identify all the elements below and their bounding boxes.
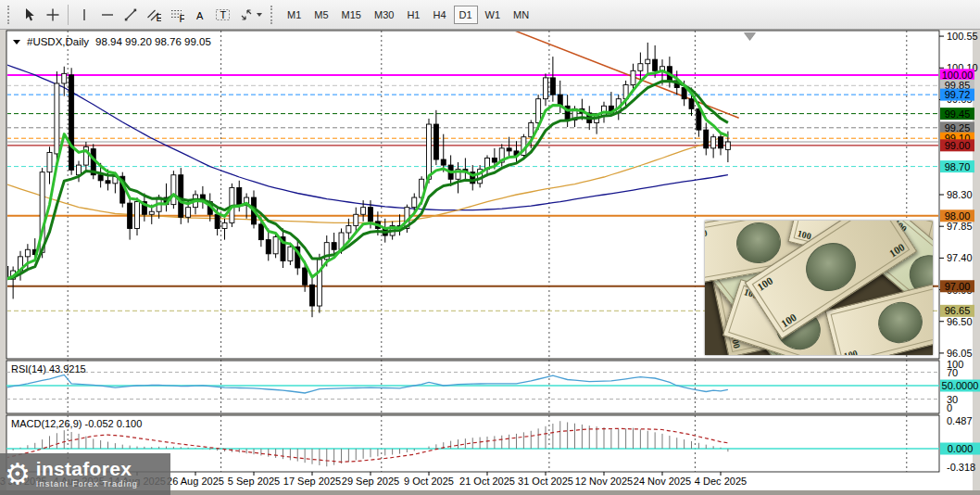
timeframe-d1[interactable]: D1 — [454, 6, 478, 24]
date-label: 9 Oct 2025 — [404, 476, 454, 487]
toolbar: E F A T M1 M5 M15 M30 H1 H4 D1 W1 MN — [0, 0, 980, 30]
svg-text:99.25: 99.25 — [945, 122, 971, 133]
svg-text:0.000: 0.000 — [948, 443, 974, 454]
timeframe-mn[interactable]: MN — [508, 6, 534, 24]
svg-text:96.50: 96.50 — [947, 316, 973, 327]
fibonacci-icon: F — [170, 7, 184, 22]
svg-text:99.45: 99.45 — [945, 108, 971, 120]
date-label: 5 Sep 2025 — [228, 476, 280, 487]
vertical-line-tool-button[interactable] — [72, 4, 95, 26]
date-label: 17 Sep 2025 — [283, 476, 341, 487]
chart-title: #USDX,Daily 98.94 99.20 98.76 99.05 — [13, 36, 211, 47]
symbol-name: #USDX,Daily — [27, 36, 89, 47]
svg-text:70: 70 — [947, 367, 958, 378]
svg-text:100.55: 100.55 — [947, 31, 978, 42]
vertical-line-icon — [77, 7, 92, 22]
toolbar-separator — [68, 5, 69, 25]
ohlc-values: 98.94 99.20 98.76 99.05 — [95, 36, 211, 47]
crosshair-tool-button[interactable] — [41, 4, 64, 26]
text-label-icon: T — [215, 7, 232, 22]
instaforex-gear-icon: ⚙ — [5, 460, 31, 489]
toolbar-grip-2[interactable] — [270, 6, 276, 24]
watermark-tagline: Instant Forex Trading — [36, 479, 138, 489]
arrows-icon — [239, 7, 254, 22]
svg-text:-0.318: -0.318 — [947, 462, 975, 473]
svg-text:97.85: 97.85 — [947, 221, 973, 232]
equidistant-channel-tool-button[interactable]: E — [142, 4, 165, 26]
money-photo: 100100 100100 100100100 100100 100100 10… — [705, 221, 933, 355]
timeframe-h1[interactable]: H1 — [401, 6, 425, 24]
text-icon: A — [193, 7, 207, 22]
svg-text:98.30: 98.30 — [947, 189, 973, 200]
rsi-label: RSI(14) 43.9215 — [11, 363, 86, 374]
timeframe-m5[interactable]: M5 — [308, 6, 333, 24]
trendline-icon — [123, 7, 138, 22]
symbol-dropdown-icon[interactable] — [13, 40, 20, 44]
svg-text:98.00: 98.00 — [945, 210, 971, 222]
date-label: 4 Dec 2025 — [695, 476, 747, 487]
horizontal-line-tool-button[interactable] — [95, 4, 119, 26]
svg-text:100.00: 100.00 — [942, 70, 974, 81]
svg-text:99.72: 99.72 — [945, 89, 971, 100]
svg-text:0.487: 0.487 — [947, 415, 973, 426]
timeframe-m15[interactable]: M15 — [336, 6, 367, 24]
svg-text:97.00: 97.00 — [945, 281, 971, 292]
text-label-tool-button[interactable]: T — [211, 4, 234, 26]
svg-text:96.65: 96.65 — [945, 305, 971, 316]
date-label: 26 Aug 2025 — [167, 476, 224, 487]
chevron-down-icon — [257, 13, 262, 17]
macd-label: MACD(12,26,9) -0.052 0.100 — [11, 418, 142, 429]
date-label: 24 Nov 2025 — [634, 476, 691, 487]
equidistant-channel-icon: E — [146, 7, 161, 22]
date-label: 29 Sep 2025 — [342, 476, 399, 487]
arrows-tool-button[interactable] — [234, 4, 266, 26]
svg-text:99.00: 99.00 — [945, 140, 971, 151]
svg-text:A: A — [196, 9, 204, 20]
pointer-icon — [22, 7, 37, 22]
date-label: 31 Oct 2025 — [518, 476, 573, 487]
watermark-brand: instaforex — [36, 460, 138, 478]
timeframe-m1[interactable]: M1 — [282, 6, 307, 24]
pointer-tool-button[interactable] — [18, 4, 41, 26]
instaforex-watermark: ⚙ instaforex Instant Forex Trading — [0, 453, 170, 495]
timeframe-h4[interactable]: H4 — [427, 6, 451, 24]
date-label: 21 Oct 2025 — [459, 476, 515, 487]
svg-text:98.70: 98.70 — [945, 161, 971, 172]
svg-text:F: F — [179, 12, 184, 22]
svg-text:50.0000: 50.0000 — [942, 380, 979, 391]
timeframe-m30[interactable]: M30 — [369, 6, 399, 24]
svg-text:97.40: 97.40 — [947, 252, 973, 263]
timeframe-w1[interactable]: W1 — [480, 6, 507, 24]
text-tool-button[interactable]: A — [188, 4, 211, 26]
svg-text:0: 0 — [947, 402, 952, 413]
svg-text:T: T — [220, 9, 226, 20]
horizontal-line-icon — [100, 7, 115, 22]
svg-text:96.05: 96.05 — [947, 348, 973, 359]
toolbar-grip[interactable] — [7, 6, 13, 24]
crosshair-icon — [45, 7, 60, 22]
fibonacci-tool-button[interactable]: F — [165, 4, 188, 26]
svg-text:E: E — [156, 12, 161, 22]
trendline-tool-button[interactable] — [119, 4, 142, 26]
date-label: 12 Nov 2025 — [575, 476, 633, 487]
